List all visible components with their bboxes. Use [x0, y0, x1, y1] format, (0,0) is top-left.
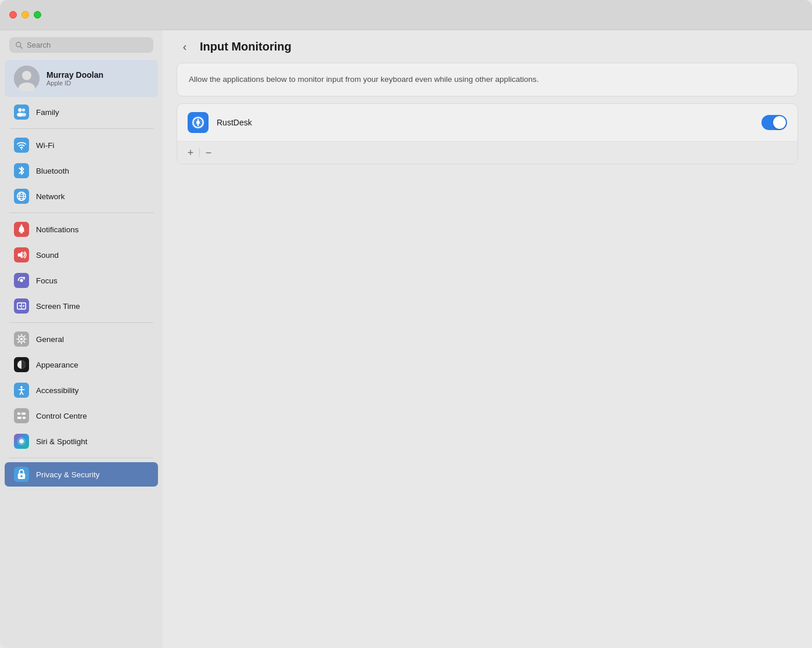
sidebar-divider-1 [9, 128, 153, 129]
sidebar-item-label-general: General [36, 335, 64, 344]
sidebar-item-label-bluetooth: Bluetooth [36, 167, 69, 175]
sidebar: Murray Doolan Apple ID Family [0, 30, 163, 648]
sidebar-divider-2 [9, 213, 153, 213]
svg-rect-32 [23, 417, 26, 419]
bluetooth-icon [14, 163, 29, 178]
sidebar-item-siri[interactable]: Siri & Spotlight [5, 429, 158, 453]
title-bar [0, 0, 812, 30]
sidebar-item-sound[interactable]: Sound [5, 243, 158, 267]
screentime-icon [14, 298, 29, 314]
svg-point-3 [22, 71, 31, 80]
sidebar-item-privacy[interactable]: Privacy & Security [5, 462, 158, 487]
rustdesk-app-icon [188, 112, 209, 133]
sidebar-divider-4 [9, 458, 153, 458]
description-text: Allow the applications below to monitor … [189, 74, 786, 85]
sidebar-item-family[interactable]: Family [5, 100, 158, 124]
general-icon [14, 332, 29, 347]
sidebar-item-label-privacy: Privacy & Security [36, 470, 100, 479]
sidebar-divider-3 [9, 322, 153, 323]
svg-rect-31 [17, 417, 21, 419]
table-row: RustDesk [177, 104, 797, 142]
main-layout: Murray Doolan Apple ID Family [0, 30, 812, 648]
sidebar-item-label-focus: Focus [36, 276, 58, 285]
toggle-knob [773, 116, 786, 129]
app-list-card: RustDesk + − [177, 103, 798, 164]
sidebar-item-focus[interactable]: Focus [5, 268, 158, 293]
sidebar-item-label-screentime: Screen Time [36, 302, 80, 311]
traffic-lights [9, 11, 41, 19]
sidebar-item-wifi[interactable]: Wi-Fi [5, 133, 158, 157]
network-icon [14, 189, 29, 204]
svg-point-38 [196, 121, 200, 124]
svg-line-28 [21, 392, 23, 395]
sidebar-item-screentime[interactable]: Screen Time [5, 294, 158, 318]
maximize-button[interactable] [34, 11, 41, 19]
sidebar-item-notifications[interactable]: Notifications [5, 217, 158, 242]
notifications-icon [14, 222, 29, 237]
remove-app-button[interactable]: − [202, 146, 215, 159]
search-box[interactable] [9, 37, 153, 53]
sound-icon [14, 247, 29, 262]
sidebar-item-accessibility[interactable]: Accessibility [5, 378, 158, 402]
sidebar-item-label-notifications: Notifications [36, 225, 79, 234]
sidebar-item-label-family: Family [36, 108, 59, 117]
sidebar-item-label-siri: Siri & Spotlight [36, 437, 88, 446]
svg-point-36 [20, 475, 23, 477]
add-remove-row: + − [177, 142, 797, 164]
svg-line-1 [20, 46, 23, 48]
family-icon [14, 105, 29, 120]
svg-marker-17 [18, 251, 23, 259]
sidebar-item-label-wifi: Wi-Fi [36, 141, 54, 150]
add-app-button[interactable]: + [184, 146, 197, 159]
privacy-icon [14, 467, 29, 482]
svg-point-16 [21, 225, 23, 226]
content-header: ‹ Input Monitoring [163, 30, 812, 63]
svg-point-33 [19, 439, 24, 444]
main-window: Murray Doolan Apple ID Family [0, 0, 812, 648]
focus-icon [14, 273, 29, 288]
minimize-button[interactable] [21, 11, 29, 19]
search-input[interactable] [27, 41, 148, 49]
svg-point-21 [20, 338, 23, 341]
svg-point-18 [20, 279, 23, 282]
sidebar-item-network[interactable]: Network [5, 184, 158, 208]
svg-point-9 [21, 149, 22, 150]
user-subtitle: Apple ID [46, 80, 103, 87]
search-icon [15, 41, 23, 49]
siri-icon [14, 434, 29, 449]
sidebar-item-bluetooth[interactable]: Bluetooth [5, 159, 158, 183]
svg-point-6 [22, 109, 25, 111]
svg-rect-30 [21, 413, 26, 415]
avatar [14, 66, 39, 91]
sidebar-item-general[interactable]: General [5, 327, 158, 351]
svg-rect-15 [20, 232, 23, 233]
user-name: Murray Doolan [46, 70, 103, 80]
sidebar-item-label-network: Network [36, 192, 65, 201]
sidebar-item-label-sound: Sound [36, 251, 59, 260]
back-chevron-icon: ‹ [183, 41, 187, 52]
content-area: ‹ Input Monitoring Allow the application… [163, 30, 812, 648]
close-button[interactable] [9, 11, 17, 19]
app-name-rustdesk: RustDesk [217, 118, 753, 127]
back-button[interactable]: ‹ [177, 38, 193, 55]
sidebar-item-controlcentre[interactable]: Control Centre [5, 404, 158, 428]
sidebar-item-label-accessibility: Accessibility [36, 386, 79, 395]
content-title: Input Monitoring [200, 40, 292, 53]
wifi-icon [14, 138, 29, 153]
user-info: Murray Doolan Apple ID [46, 70, 103, 87]
sidebar-item-label-controlcentre: Control Centre [36, 412, 87, 420]
sidebar-item-label-appearance: Appearance [36, 361, 78, 369]
description-card: Allow the applications below to monitor … [177, 63, 798, 96]
appearance-icon [14, 357, 29, 372]
accessibility-icon [14, 383, 29, 398]
add-remove-divider [199, 148, 200, 157]
svg-point-8 [21, 113, 26, 116]
rustdesk-toggle[interactable] [761, 115, 787, 130]
content-body: Allow the applications below to monitor … [163, 63, 812, 164]
user-profile[interactable]: Murray Doolan Apple ID [5, 60, 158, 97]
svg-point-5 [18, 108, 21, 111]
search-container [0, 30, 163, 57]
controlcentre-icon [14, 408, 29, 423]
sidebar-item-appearance[interactable]: Appearance [5, 352, 158, 377]
svg-rect-29 [17, 413, 20, 415]
